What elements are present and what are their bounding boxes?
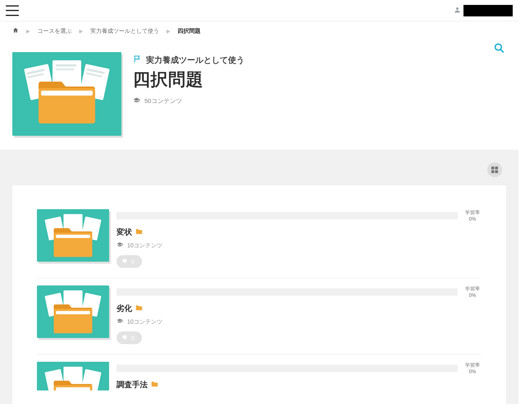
graduation-cap-icon bbox=[116, 242, 123, 249]
user-icon bbox=[454, 6, 461, 15]
progress-text: 学習率 0% bbox=[463, 362, 482, 374]
svg-point-0 bbox=[456, 7, 459, 10]
content-list-area: 学習率 0% 変状 10コンテンツ bbox=[0, 150, 518, 404]
page-title: 四択問題 bbox=[133, 68, 244, 91]
breadcrumb-current: 四択問題 bbox=[178, 27, 201, 35]
view-toggle-bar bbox=[0, 162, 518, 185]
folder-icon bbox=[135, 228, 143, 237]
list-item[interactable]: 学習率 0% 変状 10コンテンツ bbox=[37, 202, 482, 278]
folder-papers-icon bbox=[12, 52, 121, 136]
grid-view-button[interactable] bbox=[487, 162, 502, 177]
graduation-cap-icon bbox=[116, 318, 123, 326]
like-count: 0 bbox=[131, 258, 135, 265]
folder-icon bbox=[151, 381, 158, 389]
folder-icon bbox=[135, 304, 143, 313]
folder-papers-icon bbox=[37, 285, 109, 341]
flag-icon bbox=[133, 55, 142, 66]
user-name-box bbox=[463, 5, 513, 16]
item-count: 10コンテンツ bbox=[116, 242, 482, 249]
svg-line-2 bbox=[501, 50, 503, 52]
chevron-right-icon: ▶ bbox=[167, 28, 170, 34]
item-thumbnail bbox=[37, 362, 109, 390]
svg-rect-13 bbox=[41, 91, 93, 96]
progress-bar bbox=[116, 212, 458, 219]
parent-course-link[interactable]: 実力養成ツールとして使う bbox=[133, 55, 244, 66]
folder-papers-icon bbox=[37, 362, 109, 390]
course-header: 実力養成ツールとして使う 四択問題 50コンテンツ bbox=[0, 41, 518, 150]
grid-icon bbox=[491, 167, 498, 173]
progress-bar bbox=[116, 288, 458, 296]
menu-toggle-button[interactable] bbox=[6, 5, 19, 16]
folder-papers-icon bbox=[37, 209, 109, 265]
like-button[interactable]: 0 bbox=[116, 255, 142, 268]
content-count-text: 50コンテンツ bbox=[144, 97, 182, 105]
content-panel: 学習率 0% 変状 10コンテンツ bbox=[12, 185, 506, 404]
svg-rect-11 bbox=[56, 68, 74, 70]
item-thumbnail bbox=[37, 209, 109, 262]
search-region bbox=[494, 43, 504, 55]
item-thumbnail bbox=[37, 285, 109, 338]
parent-course-label: 実力養成ツールとして使う bbox=[146, 55, 244, 66]
item-title: 変状 bbox=[116, 227, 482, 237]
search-icon[interactable] bbox=[494, 43, 504, 55]
chevron-right-icon: ▶ bbox=[79, 28, 83, 34]
graduation-cap-icon bbox=[133, 97, 140, 105]
svg-rect-10 bbox=[56, 64, 76, 66]
course-meta: 実力養成ツールとして使う 四択問題 50コンテンツ bbox=[133, 52, 244, 105]
chevron-right-icon: ▶ bbox=[26, 28, 30, 34]
home-icon[interactable] bbox=[12, 27, 19, 35]
progress-bar bbox=[116, 365, 458, 372]
svg-rect-23 bbox=[56, 311, 90, 314]
item-count: 10コンテンツ bbox=[116, 318, 482, 326]
progress-text: 学習率 0% bbox=[463, 285, 482, 298]
heart-icon bbox=[121, 334, 128, 342]
like-count: 0 bbox=[131, 335, 135, 341]
item-title: 調査手法 bbox=[116, 379, 482, 390]
breadcrumb-item[interactable]: 実力養成ツールとして使う bbox=[90, 27, 159, 35]
breadcrumb: ▶ コースを選ぶ ▶ 実力養成ツールとして使う ▶ 四択問題 bbox=[0, 21, 518, 41]
topbar bbox=[0, 0, 518, 21]
svg-rect-18 bbox=[56, 235, 90, 238]
content-count: 50コンテンツ bbox=[133, 97, 244, 105]
user-area[interactable] bbox=[454, 5, 513, 16]
breadcrumb-item[interactable]: コースを選ぶ bbox=[37, 27, 72, 35]
heart-icon bbox=[121, 258, 128, 265]
like-button[interactable]: 0 bbox=[116, 331, 142, 344]
course-thumbnail bbox=[12, 52, 121, 136]
list-item[interactable]: 学習率 0% 調査手法 bbox=[37, 354, 482, 404]
svg-rect-28 bbox=[56, 387, 90, 390]
progress-text: 学習率 0% bbox=[463, 209, 482, 222]
list-item[interactable]: 学習率 0% 劣化 10コンテンツ bbox=[37, 278, 482, 354]
item-title: 劣化 bbox=[116, 303, 482, 314]
